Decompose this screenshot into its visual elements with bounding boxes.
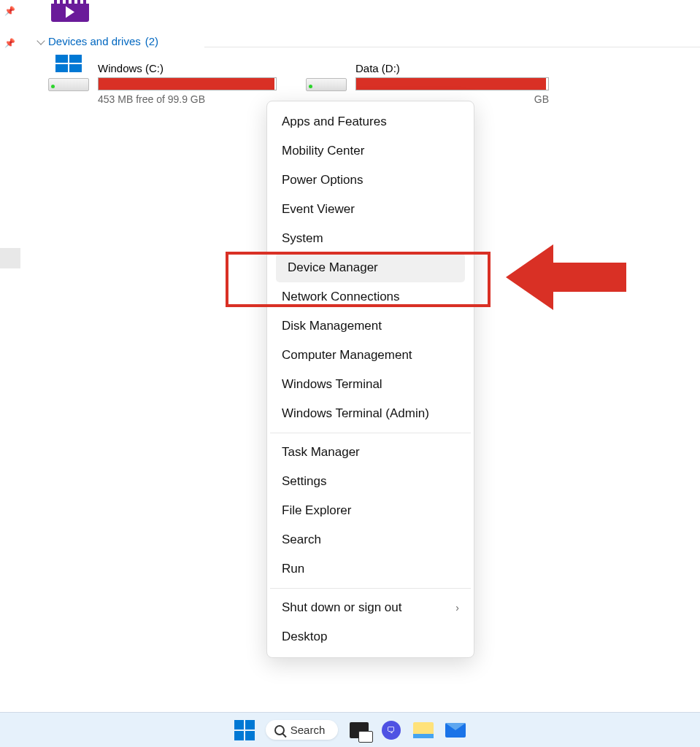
section-header-devices[interactable]: Devices and drives (2) bbox=[29, 32, 700, 50]
annotation-arrow-icon bbox=[506, 237, 626, 317]
chevron-right-icon: › bbox=[455, 602, 459, 614]
taskbar-search[interactable]: Search bbox=[266, 720, 339, 740]
task-view-button[interactable] bbox=[348, 719, 370, 741]
menu-computer-management[interactable]: Computer Management bbox=[270, 341, 471, 370]
section-divider bbox=[204, 47, 700, 47]
svg-marker-0 bbox=[506, 244, 626, 310]
mail-button[interactable] bbox=[445, 719, 466, 741]
winx-context-menu: Apps and Features Mobility Center Power … bbox=[266, 101, 474, 658]
menu-divider bbox=[270, 433, 471, 433]
videos-folder-icon[interactable] bbox=[51, 0, 89, 22]
drive-usage-bar bbox=[98, 77, 277, 90]
menu-search[interactable]: Search bbox=[270, 525, 471, 554]
taskbar: Search 🗨 bbox=[0, 712, 700, 747]
drive-label: Data (D:) bbox=[355, 62, 549, 74]
drive-c[interactable]: Windows (C:) 453 MB free of 99.9 GB bbox=[48, 62, 277, 105]
menu-windows-terminal[interactable]: Windows Terminal bbox=[270, 370, 471, 399]
menu-event-viewer[interactable]: Event Viewer bbox=[270, 195, 471, 224]
drive-free-text: 453 MB free of 99.9 GB bbox=[98, 93, 277, 105]
menu-disk-management[interactable]: Disk Management bbox=[270, 311, 471, 341]
menu-network-connections[interactable]: Network Connections bbox=[270, 282, 471, 311]
drive-icon bbox=[48, 62, 89, 91]
chat-button[interactable]: 🗨 bbox=[380, 719, 402, 741]
menu-apps-and-features[interactable]: Apps and Features bbox=[270, 107, 471, 136]
drive-d[interactable]: Data (D:) GB bbox=[306, 62, 549, 105]
menu-device-manager[interactable]: Device Manager bbox=[276, 253, 465, 282]
section-count: (2) bbox=[145, 35, 158, 47]
search-icon bbox=[274, 725, 285, 735]
sidebar-selected-item[interactable] bbox=[0, 248, 20, 268]
drive-label: Windows (C:) bbox=[98, 62, 277, 74]
sidebar-strip: 📌 📌 bbox=[0, 0, 23, 700]
menu-shutdown-signout[interactable]: Shut down or sign out › bbox=[270, 593, 471, 622]
file-explorer-button[interactable] bbox=[412, 719, 434, 741]
menu-system[interactable]: System bbox=[270, 224, 471, 253]
menu-run[interactable]: Run bbox=[270, 554, 471, 584]
explorer-main: Devices and drives (2) Windows (C:) 453 … bbox=[29, 0, 700, 105]
start-button[interactable] bbox=[234, 719, 255, 741]
menu-desktop[interactable]: Desktop bbox=[270, 622, 471, 651]
search-label: Search bbox=[291, 724, 326, 736]
menu-task-manager[interactable]: Task Manager bbox=[270, 438, 471, 467]
drive-usage-bar bbox=[355, 77, 549, 90]
chevron-down-icon bbox=[36, 38, 44, 45]
drives-container: Windows (C:) 453 MB free of 99.9 GB Data… bbox=[29, 50, 700, 105]
drive-icon bbox=[306, 62, 347, 91]
pin-icon: 📌 bbox=[4, 38, 19, 48]
pin-icon: 📌 bbox=[4, 6, 19, 16]
section-title: Devices and drives bbox=[48, 35, 141, 47]
menu-divider bbox=[270, 588, 471, 589]
menu-windows-terminal-admin[interactable]: Windows Terminal (Admin) bbox=[270, 399, 471, 428]
menu-file-explorer[interactable]: File Explorer bbox=[270, 496, 471, 525]
menu-mobility-center[interactable]: Mobility Center bbox=[270, 136, 471, 166]
menu-settings[interactable]: Settings bbox=[270, 467, 471, 496]
menu-power-options[interactable]: Power Options bbox=[270, 166, 471, 195]
